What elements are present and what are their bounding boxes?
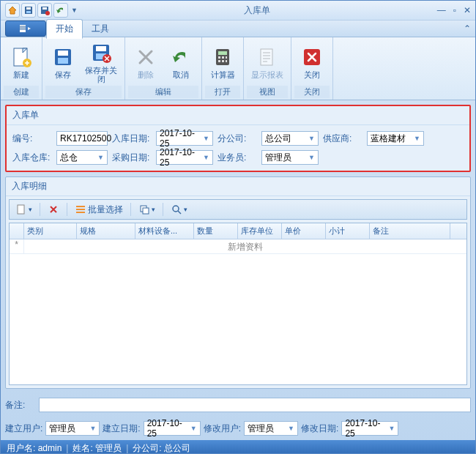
remark-label: 备注: [5,399,34,412]
footer-label: 建立用户: [5,423,42,435]
group-label: 编辑 [128,86,198,98]
column-header[interactable]: 规格 [77,223,135,239]
status-branch: 分公司: 总公司 [133,442,190,455]
svg-point-5 [45,11,50,15]
svg-rect-17 [218,51,227,55]
window-title: 入库单 [78,4,437,17]
svg-rect-4 [42,7,47,10]
dropdown-icon: ▼ [388,425,395,432]
content-area: 入库单 编号:RK17102500入库日期:2017-10-25▼分公司:总公司… [1,100,475,440]
ribbon-calc-button[interactable]: 计算器 [205,39,240,86]
field-label: 分公司: [217,133,257,145]
column-header[interactable]: 小计 [326,223,370,239]
file-menu-button[interactable] [5,21,46,37]
dropdown-icon: ▼ [89,425,96,432]
ribbon-save-button[interactable]: 保存 [45,39,81,86]
footer-label: 修改日期: [301,423,338,435]
toolbar-delete-button[interactable] [45,202,62,217]
new-row-indicator: * [10,239,24,253]
ribbon-close-button[interactable]: 关闭 [294,39,330,86]
new-icon [10,45,33,69]
grid-header: 类别规格材料设备...数量库存单位单价小计备注 [10,223,466,239]
ribbon-new-button[interactable]: 新建 [4,39,39,86]
footer-input[interactable]: 管理员▼ [244,421,298,436]
remark-input[interactable] [39,398,471,412]
list-icon [75,204,86,215]
qat-save-button[interactable] [21,3,36,18]
detail-toolbar: ▾ 批量选择 ▾ ▾ [9,199,467,220]
svg-rect-20 [226,56,227,59]
field-label: 入库仓库: [12,152,52,164]
field-input[interactable]: RK17102500 [56,131,108,146]
toolbar-new-button[interactable]: ▾ [12,202,35,217]
toolbar-copy-button[interactable]: ▾ [135,202,158,217]
svg-rect-1 [26,7,31,10]
column-header[interactable]: 库存单位 [238,223,282,239]
ribbon-report-button: 显示报表 [247,39,288,86]
qat-dropdown-icon[interactable]: ▼ [71,7,78,14]
footer-input[interactable]: 管理员▼ [45,421,100,436]
column-header[interactable]: 备注 [370,223,450,239]
svg-rect-2 [26,11,31,13]
file-menu-icon [18,24,33,33]
dropdown-icon: ▼ [308,154,315,161]
svg-rect-19 [222,56,224,59]
ribbon-collapse-icon[interactable]: ⌃ [464,23,471,34]
ribbon-undo-button[interactable]: 取消 [163,39,198,86]
footer-input[interactable]: 2017-10-25▼ [144,421,201,436]
field-input[interactable]: 2017-10-25▼ [156,150,213,165]
saveclose-icon [40,5,50,15]
qat-undo-button[interactable] [53,3,68,18]
minimize-button[interactable]: — [437,5,446,15]
svg-rect-13 [96,46,106,51]
form-panel: 入库单 编号:RK17102500入库日期:2017-10-25▼分公司:总公司… [5,105,471,172]
toolbar-search-button[interactable]: ▾ [168,202,190,217]
tab-tools[interactable]: 工具 [83,20,118,38]
statusbar: 用户名: admin | 姓名: 管理员 | 分公司: 总公司 [1,440,475,454]
grid-new-row[interactable]: * 新增资料 [10,239,466,254]
footer-label: 建立日期: [103,423,140,435]
svg-rect-31 [143,208,149,214]
detail-grid: 类别规格材料设备...数量库存单位单价小计备注 * 新增资料 [9,223,467,385]
maximize-button[interactable]: ▫ [453,5,456,15]
close-window-button[interactable]: ✕ [464,5,471,15]
field-input[interactable]: 管理员▼ [261,150,319,165]
form-panel-title: 入库单 [7,106,469,125]
delete-icon [134,45,157,69]
field-input[interactable]: 总仓▼ [56,150,108,165]
ribbon-saveclose-button[interactable]: 保存并关闭 [81,39,122,86]
close-icon [300,45,324,69]
column-header[interactable] [10,223,24,239]
toolbar-batch-select-button[interactable]: 批量选择 [72,202,126,217]
qat-saveclose-button[interactable] [37,3,52,18]
ribbon-group: 新建创建 [1,37,42,100]
ribbon-group: 删除取消编辑 [125,37,202,100]
column-header[interactable]: 材料设备... [135,223,194,239]
field-input[interactable]: 2017-10-25▼ [156,131,213,146]
column-header[interactable]: 单价 [282,223,326,239]
ribbon-group: 保存保存并关闭保存 [42,37,125,100]
svg-rect-11 [58,58,68,64]
field-label: 供应商: [323,133,362,145]
ribbon-group: 计算器打开 [202,37,244,100]
field-label: 业务员: [217,152,257,164]
svg-rect-28 [76,209,85,210]
dropdown-icon: ▼ [190,425,197,432]
column-header[interactable]: 数量 [194,223,238,239]
field-input[interactable]: 蓝格建材▼ [367,131,424,146]
group-label: 视图 [247,86,288,98]
qat-home-button[interactable] [5,3,20,18]
grid-body [10,254,466,384]
group-label: 打开 [205,86,240,98]
titlebar: ▼ 入库单 — ▫ ✕ [1,1,475,20]
column-header[interactable]: 类别 [24,223,77,239]
footer-input[interactable]: 2017-10-25▼ [341,421,398,436]
save-icon [23,5,34,15]
home-icon [7,5,18,15]
window-controls: — ▫ ✕ [437,5,471,15]
tab-start[interactable]: 开始 [46,19,83,39]
ribbon-group: 显示报表视图 [244,37,291,100]
svg-rect-29 [76,212,85,213]
status-name: 姓名: 管理员 [72,442,122,455]
field-input[interactable]: 总公司▼ [261,131,319,146]
